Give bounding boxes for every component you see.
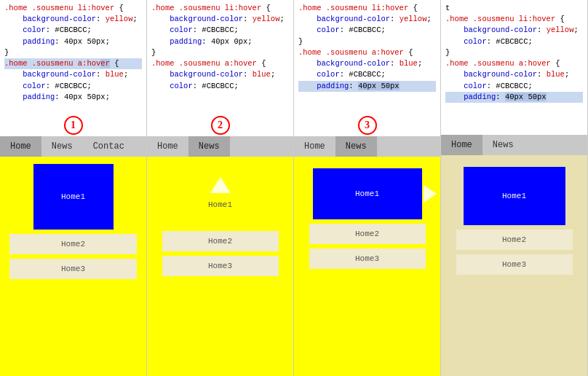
code-section-4: t .home .sousmenu li:hover { background-… — [441, 0, 587, 113]
code-line: background-color: blue; — [445, 69, 583, 80]
code-line: color: #CBCBCC; — [4, 25, 142, 36]
code-line: background-color: yellow; — [445, 25, 583, 36]
code-line: } — [445, 47, 583, 58]
nav-bar-3: Home News — [294, 136, 440, 157]
code-line: } — [298, 36, 436, 47]
nav-home-1[interactable]: Home — [0, 136, 41, 157]
preview-4: Home News Home1 Home2 Home3 — [441, 135, 587, 376]
code-line: padding: 40px 50px; — [4, 92, 142, 103]
nav-home-2[interactable]: Home — [147, 136, 188, 157]
nav-bar-4: Home News — [441, 135, 587, 155]
code-section-1: .home .sousmenu li:hover { background-co… — [0, 0, 146, 113]
home3-box-1: Home3 — [9, 259, 137, 279]
home1-box-4: Home1 — [464, 167, 565, 225]
code-line: background-color: yellow; — [151, 14, 289, 25]
code-section-3: .home .sousmenu li:hover { background-co… — [294, 0, 440, 113]
code-line: .home .sousmenu li:hover { — [4, 3, 142, 14]
nav-news-1[interactable]: News — [41, 136, 83, 157]
badge-3: 3 — [358, 116, 377, 135]
panel-3: .home .sousmenu li:hover { background-co… — [294, 0, 441, 376]
badge-row-2: 2 — [147, 113, 293, 136]
badge-row-1: 1 — [0, 113, 146, 136]
nav-news-3[interactable]: News — [335, 136, 377, 157]
home2-box-4: Home2 — [456, 230, 573, 250]
code-line: color: #CBCBCC; — [298, 69, 436, 80]
nav-home-3[interactable]: Home — [294, 136, 335, 157]
preview-2: Home News Home1 Home2 Home3 — [147, 136, 293, 376]
home2-box-2: Home2 — [162, 231, 279, 251]
code-line: color: #CBCBCC; — [151, 25, 289, 36]
code-line-highlight: .home .sousmenu a:hover { — [4, 58, 142, 69]
home3-box-4: Home3 — [456, 254, 573, 275]
code-line: padding: 40px 50px; — [4, 36, 142, 47]
code-line: background-color: yellow; — [4, 14, 142, 25]
code-line: background-color: yellow; — [298, 14, 436, 25]
code-line: .home .sousmenu a:hover { — [151, 58, 289, 69]
code-line: padding: 40px 0px; — [151, 36, 289, 47]
spacer-4 — [441, 113, 587, 135]
badge-1: 1 — [64, 116, 83, 135]
code-line: .home .sousmenu li:hover { — [151, 3, 289, 14]
code-line: background-color: blue; — [298, 58, 436, 69]
code-line: } — [151, 47, 289, 58]
code-line: color: #CBCBCC; — [4, 81, 142, 92]
triangle-up-2 — [210, 177, 231, 193]
home2-box-3: Home2 — [309, 224, 426, 244]
content-area-4: Home1 Home2 Home3 — [441, 155, 587, 376]
code-line: color: #CBCBCC; — [445, 36, 583, 47]
nav-home-4[interactable]: Home — [441, 135, 482, 155]
home3-box-2: Home3 — [162, 256, 279, 276]
content-area-1: Home1 Home2 Home3 — [0, 157, 146, 376]
badge-2: 2 — [211, 116, 230, 135]
nav-news-2[interactable]: News — [188, 136, 230, 157]
code-line: background-color: blue; — [151, 69, 289, 80]
code-line: t — [445, 3, 583, 14]
nav-bar-1: Home News Contac — [0, 136, 146, 157]
code-line: } — [4, 47, 142, 58]
code-section-2: .home .sousmenu li:hover { background-co… — [147, 0, 293, 113]
nav-contact-1[interactable]: Contac — [83, 136, 135, 157]
code-line: .home .sousmenu li:hover { — [298, 3, 436, 14]
panel-2: .home .sousmenu li:hover { background-co… — [147, 0, 294, 376]
code-line: color: #CBCBCC; — [298, 25, 436, 36]
code-line: .home .sousmenu li:hover { — [445, 14, 583, 25]
code-line: color: #CBCBCC; — [151, 81, 289, 92]
code-line: background-color: blue; — [4, 69, 142, 80]
code-line: color: #CBCBCC; — [445, 81, 583, 92]
nav-news-4[interactable]: News — [482, 135, 524, 155]
code-line-highlight: padding: 40px 50px — [445, 92, 583, 103]
preview-3: Home News Home1 Home2 Home3 — [294, 136, 440, 376]
code-line: .home .sousmenu a:hover { — [298, 47, 436, 58]
home3-box-3: Home3 — [309, 248, 426, 269]
content-area-3: Home1 Home2 Home3 — [294, 157, 440, 376]
badge-row-3: 3 — [294, 113, 440, 136]
panel-4: t .home .sousmenu li:hover { background-… — [441, 0, 588, 376]
code-line: .home .sousmenu a:hover { — [445, 58, 583, 69]
home1-box-3: Home1 — [313, 168, 422, 219]
home2-box-1: Home2 — [9, 234, 137, 254]
panel-1: .home .sousmenu li:hover { background-co… — [0, 0, 147, 376]
home1-box-1: Home1 — [33, 164, 114, 230]
nav-bar-2: Home News — [147, 136, 293, 157]
triangle-right-3 — [424, 185, 437, 203]
preview-1: Home News Contac Home1 Home2 Home3 — [0, 136, 146, 376]
code-line-highlight: padding: 40px 50px — [298, 81, 436, 92]
content-area-2: Home1 Home2 Home3 — [147, 157, 293, 376]
